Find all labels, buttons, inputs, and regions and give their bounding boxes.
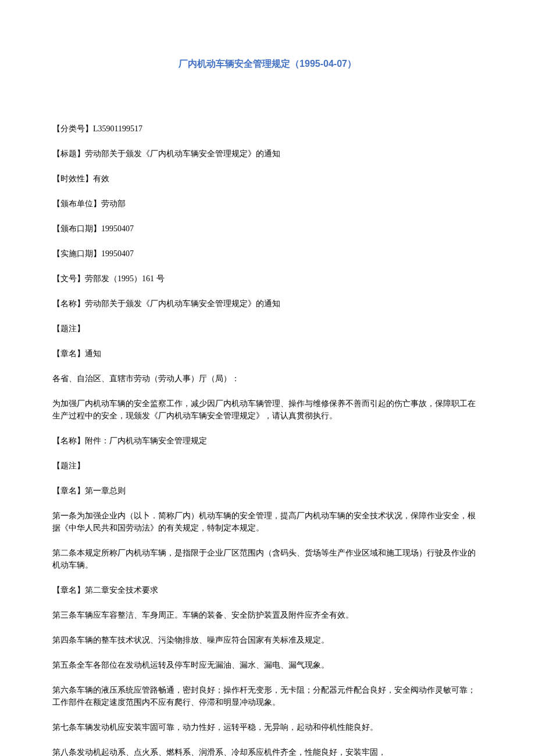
paragraph: 【名称】劳动部关于颁发《厂内机动车辆安全管理规定》的通知 [52, 298, 483, 310]
paragraph: 【时效性】有效 [52, 173, 483, 185]
paragraph: 各省、自治区、直辖市劳动（劳动人事）厅（局）： [52, 372, 483, 385]
paragraph: 【题注】 [52, 323, 483, 335]
paragraph: 【文号】劳部发（1995）161 号 [52, 273, 483, 285]
paragraph: 第五条全车各部位在发动机运转及停车时应无漏油、漏水、漏电、漏气现象。 [52, 659, 483, 671]
paragraph: 第七条车辆发动机应安装牢固可靠，动力性好，运转平稳，无异响，起动和停机性能良好。 [52, 721, 483, 733]
paragraph: 【章名】第一章总则 [52, 485, 483, 497]
paragraph: 第六条车辆的液压系统应管路畅通，密封良好；操作杆无变形，无卡阻；分配器元件配合良… [52, 684, 483, 708]
paragraph: 【颁布口期】19950407 [52, 223, 483, 235]
paragraph: 【题注】 [52, 460, 483, 472]
paragraph: 第一条为加强企业内（以卜．简称厂内）机动车辆的安全管理，提高厂内机动车辆的安全技… [52, 510, 483, 534]
paragraph: 【实施口期】19950407 [52, 248, 483, 260]
document-title: 厂内机动车辆安全管理规定（1995-04-07） [52, 58, 483, 70]
paragraph: 【名称】附件：厂内机动车辆安全管理规定 [52, 435, 483, 447]
paragraph: 第四条车辆的整车技术状况、污染物排放、噪声应符合国家有关标准及规定。 [52, 634, 483, 646]
paragraph: 第二条本规定所称厂内机动车辆，是指限于企业厂区范围内（含码头、货场等生产作业区域… [52, 547, 483, 571]
paragraph: 第三条车辆应车容整洁、车身周正。车辆的装备、安全防护装置及附件应齐全有效。 [52, 609, 483, 621]
paragraph: 【分类号】L35901199517 [52, 123, 483, 135]
paragraph: 【章名】通知 [52, 347, 483, 360]
paragraph: 为加强厂内机动车辆的安全监察工作，减少因厂内机动车辆管理、操作与维修保养不善而引… [52, 397, 483, 422]
paragraph: 【颁布单位】劳动部 [52, 198, 483, 210]
paragraph: 第八条发动机起动系、点火系、燃料系、润滑系、冷却系应机件齐全，性能良好，安装牢固… [52, 746, 483, 756]
paragraph: 【章名】第二章安全技术要求 [52, 584, 483, 596]
paragraph: 【标题】劳动部关于颁发《厂内机动车辆安全管理规定》的通知 [52, 148, 483, 160]
